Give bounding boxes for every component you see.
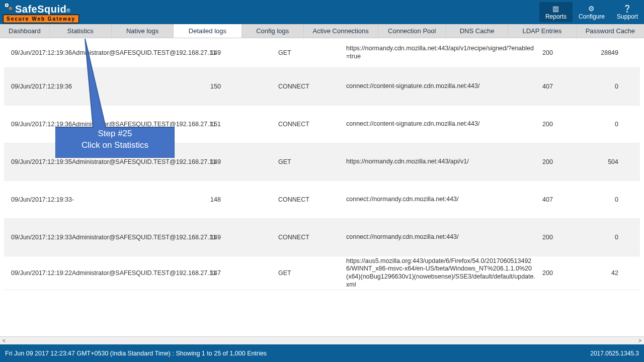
cell-size: 0 [593, 121, 625, 128]
tab-active-connections[interactable]: Active Connections [304, 24, 378, 38]
cell-method: GET [278, 49, 346, 56]
cell-status: 200 [542, 121, 593, 128]
cell-method: CONNECT [278, 121, 346, 128]
cell-id: 150 [210, 83, 278, 90]
brand-text: SafeSquid [15, 4, 66, 14]
cell-status: 200 [542, 49, 593, 56]
cell-status: 200 [542, 269, 593, 277]
cell-user: Administrator@SAFESQUID.TEST@192.168.27.… [72, 269, 210, 277]
reports-label: Reports [545, 13, 567, 20]
tabs-bar: Dashboard Statistics Native logs Detaile… [0, 24, 644, 38]
brand-reg: ® [66, 8, 70, 14]
support-button[interactable]: ❔ Support [611, 2, 644, 22]
cell-size: 504 [593, 158, 625, 165]
cell-time: 09/Jun/2017:12:19:35 [4, 143, 72, 180]
log-row: 09/Jun/2017:12:19:35 Administrator@SAFES… [4, 143, 640, 181]
log-row: 09/Jun/2017:12:19:36 Administrator@SAFES… [4, 38, 640, 68]
tab-config-logs[interactable]: Config logs [242, 24, 304, 38]
cell-time: 09/Jun/2017:12:19:36 [4, 68, 72, 105]
cell-method: GET [278, 269, 346, 277]
footer: Fri Jun 09 2017 12:23:47 GMT+0530 (India… [0, 344, 644, 362]
cell-id: 147 [210, 269, 278, 277]
brand-subtitle: Secure Web Gateway [3, 15, 79, 23]
tab-connection-pool[interactable]: Connection Pool [378, 24, 446, 38]
cell-size: 42 [593, 269, 625, 277]
cell-time: 09/Jun/2017:12:19:36 [4, 106, 72, 143]
logo-block: SafeSquid ® Secure Web Gateway [3, 2, 79, 23]
gears-icon [3, 2, 14, 13]
cogs-icon: ⚙ [579, 5, 605, 12]
log-area: 09/Jun/2017:12:19:36 Administrator@SAFES… [4, 38, 640, 336]
scroll-track[interactable] [8, 337, 636, 344]
scroll-right-arrow[interactable]: > [636, 338, 644, 343]
configure-button[interactable]: ⚙ Configure [573, 2, 611, 22]
cell-size: 0 [593, 234, 625, 241]
cell-status: 200 [542, 234, 593, 241]
help-icon: ❔ [617, 5, 638, 12]
tab-dashboard[interactable]: Dashboard [0, 24, 50, 38]
cell-time: 09/Jun/2017:12:19:33 [4, 219, 72, 256]
horizontal-scrollbar[interactable]: < > [0, 336, 644, 344]
cell-size: 0 [593, 83, 625, 90]
reports-button[interactable]: ▥ Reports [539, 2, 573, 22]
cell-size: 0 [593, 196, 625, 203]
cell-url: https://normandy.cdn.mozilla.net:443/api… [346, 45, 542, 60]
tab-detailed-logs[interactable]: Detailed logs [174, 24, 242, 38]
svg-point-1 [6, 4, 8, 6]
cell-method: CONNECT [278, 196, 346, 203]
cell-user: Administrator@SAFESQUID.TEST@192.168.27.… [72, 49, 210, 56]
cell-id: 151 [210, 121, 278, 128]
cell-id: 148 [210, 196, 278, 203]
cell-size: 28849 [593, 49, 625, 56]
topbar: SafeSquid ® Secure Web Gateway ▥ Reports… [0, 0, 644, 24]
log-row: 09/Jun/2017:12:19:22 Administrator@SAFES… [4, 256, 640, 290]
cell-user: - [72, 196, 210, 203]
cell-method: GET [278, 158, 346, 165]
log-row: 09/Jun/2017:12:19:36 150 CONNECT connect… [4, 68, 640, 106]
cell-status: 407 [542, 196, 593, 203]
cell-time: 09/Jun/2017:12:19:36 [4, 38, 72, 67]
cell-status: 200 [542, 158, 593, 165]
tab-dns-cache[interactable]: DNS Cache [446, 24, 508, 38]
footer-status: Fri Jun 09 2017 12:23:47 GMT+0530 (India… [5, 350, 267, 357]
svg-point-3 [10, 8, 11, 9]
scroll-left-arrow[interactable]: < [0, 338, 8, 343]
cell-id: 149 [210, 234, 278, 241]
log-row: 09/Jun/2017:12:19:33 Administrator@SAFES… [4, 219, 640, 256]
cell-status: 407 [542, 83, 593, 90]
cell-url: connect://content-signature.cdn.mozilla.… [346, 82, 542, 90]
tab-native-logs[interactable]: Native logs [112, 24, 174, 38]
configure-label: Configure [579, 13, 605, 20]
log-row: 09/Jun/2017:12:19:36 Administrator@SAFES… [4, 106, 640, 143]
cell-url: connect://normandy.cdn.mozilla.net:443/ [346, 233, 542, 241]
cell-id: 149 [210, 49, 278, 56]
cell-url: connect://normandy.cdn.mozilla.net:443/ [346, 196, 542, 204]
tab-ldap-entries[interactable]: LDAP Entries [508, 24, 576, 38]
support-label: Support [617, 13, 638, 20]
tab-password-cache[interactable]: Password Cache [577, 24, 644, 38]
cell-user: Administrator@SAFESQUID.TEST@192.168.27.… [72, 234, 210, 241]
cell-url: https://normandy.cdn.mozilla.net:443/api… [346, 158, 542, 166]
tab-statistics[interactable]: Statistics [50, 24, 112, 38]
cell-user: Administrator@SAFESQUID.TEST@192.168.27.… [72, 121, 210, 128]
cell-method: CONNECT [278, 83, 346, 90]
log-row: 09/Jun/2017:12:19:33 - 148 CONNECT conne… [4, 181, 640, 219]
footer-version: 2017.0525.1345.3 [590, 350, 639, 357]
chart-icon: ▥ [545, 5, 567, 12]
cell-method: CONNECT [278, 234, 346, 241]
cell-url: https://aus5.mozilla.org:443/update/6/Fi… [346, 257, 542, 289]
cell-id: 149 [210, 158, 278, 165]
cell-time: 09/Jun/2017:12:19:33 [4, 181, 72, 218]
cell-user: Administrator@SAFESQUID.TEST@192.168.27.… [72, 158, 210, 165]
cell-url: connect://content-signature.cdn.mozilla.… [346, 120, 542, 128]
cell-time: 09/Jun/2017:12:19:22 [4, 256, 72, 290]
